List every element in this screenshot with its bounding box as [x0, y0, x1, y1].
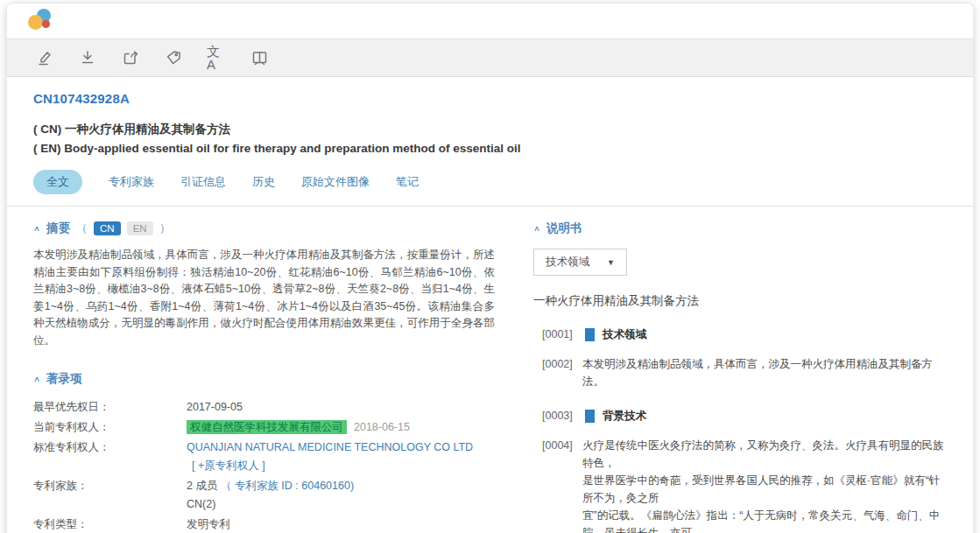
translate-icon[interactable]: 文A [207, 48, 226, 67]
tab-citations[interactable]: 引证信息 [180, 170, 226, 194]
right-column: ∧ 说明书 技术领域 ▼ 一种火疗体用精油及其制备方法 [0001] 技术领域 … [533, 221, 947, 533]
field-label: 当前专利权人： [33, 418, 187, 437]
tab-notes[interactable]: 笔记 [396, 170, 419, 194]
highlighter-icon[interactable] [35, 48, 54, 67]
lang-toggle-en[interactable]: EN [127, 221, 153, 235]
paragraph-heading: 背景技术 [603, 407, 646, 424]
tab-original-images[interactable]: 原始文件图像 [301, 170, 370, 194]
patent-number: CN107432928A [33, 91, 947, 106]
patent-titles: ( CN) 一种火疗体用精油及其制备方法 ( EN) Body-applied … [33, 120, 947, 158]
field-label: 最早优先权日： [33, 398, 187, 417]
standard-assignee-link[interactable]: QUANJIAN NATURAL MEDICINE TECHNOLOGY CO … [187, 441, 473, 453]
description-section-header: ∧ 说明书 [533, 221, 947, 236]
patent-viewer-card: 文A CN107432928A ( CN) 一种火疗体用精油及其制备方法 ( E… [6, 3, 974, 533]
dropdown-selected-value: 技术领域 [546, 255, 589, 270]
family-count: 2 成员 [187, 480, 217, 492]
family-id-link[interactable]: （ 专利家族 ID : 60460160) [221, 480, 354, 492]
tab-patent-family[interactable]: 专利家族 [109, 170, 154, 194]
biblio-row-priority-date: 最早优先权日： 2017-09-05 [33, 398, 495, 417]
paren-open: （ [76, 221, 88, 236]
paragraph-number: [0001] [542, 326, 582, 343]
priority-date-value: 2017-09-05 [187, 398, 495, 417]
collapse-icon[interactable]: ∧ [33, 375, 40, 383]
paren-close: ） [159, 221, 171, 236]
collapse-icon[interactable]: ∧ [33, 224, 40, 233]
field-label: 专利类型： [33, 515, 187, 533]
paragraph-heading: 技术领域 [603, 326, 646, 343]
abstract-section-title: 摘要 [46, 221, 70, 236]
tag-icon[interactable] [164, 48, 183, 67]
biblio-table: 最早优先权日： 2017-09-05 当前专利权人： 权健自然医学科技发展有限公… [33, 398, 495, 533]
left-column: ∧ 摘要 （ CN EN ） 本发明涉及精油制品领域，具体而言，涉及一种火疗体用… [33, 221, 495, 533]
top-bar [7, 4, 973, 39]
app-logo-icon [26, 7, 54, 35]
description-paragraphs: [0001] 技术领域 [0002] 本发明涉及精油制品领域，具体而言，涉及一种… [533, 326, 947, 533]
current-assignee-highlighted[interactable]: 权健自然医学科技发展有限公司 [187, 420, 347, 434]
biblio-row-current-assignee: 当前专利权人： 权健自然医学科技发展有限公司2018-06-15 [33, 418, 495, 437]
section-marker-icon [585, 410, 595, 423]
biblio-row-patent-type: 专利类型： 发明专利 [33, 515, 495, 533]
description-section-title: 说明书 [546, 221, 582, 236]
biblio-row-patent-family: 专利家族： 2 成员 （ 专利家族 ID : 60460160) CN(2) [33, 477, 495, 514]
download-icon[interactable] [78, 48, 97, 67]
description-section-dropdown[interactable]: 技术领域 ▼ [533, 249, 627, 276]
lang-toggle-cn[interactable]: CN [94, 221, 121, 235]
paragraph-number: [0004] [542, 437, 582, 533]
description-doc-title: 一种火疗体用精油及其制备方法 [533, 293, 947, 309]
patent-type-value: 发明专利 [187, 515, 495, 533]
translate-glyph: 文A [207, 45, 226, 71]
description-paragraph: [0002] 本发明涉及精油制品领域，具体而言，涉及一种火疗体用精油及其制备方法… [533, 355, 947, 390]
abstract-section-header: ∧ 摘要 （ CN EN ） [33, 221, 495, 236]
toolbar: 文A [7, 39, 973, 77]
paragraph-number: [0003] [542, 407, 582, 424]
patent-title-en: ( EN) Body-applied essential oil for fir… [33, 139, 947, 158]
original-assignee-link[interactable]: [ +原专利权人 ] [192, 459, 265, 472]
biblio-section-header: ∧ 著录项 [33, 371, 495, 387]
content-columns: ∧ 摘要 （ CN EN ） 本发明涉及精油制品领域，具体而言，涉及一种火疗体用… [7, 207, 973, 533]
abstract-text: 本发明涉及精油制品领域，具体而言，涉及一种火疗体用精油及其制备方法，按重量份计，… [33, 247, 495, 349]
collapse-icon[interactable]: ∧ [533, 224, 540, 233]
field-label: 标准专利权人： [33, 438, 187, 475]
patent-title-cn: ( CN) 一种火疗体用精油及其制备方法 [33, 120, 947, 139]
patent-header: CN107432928A ( CN) 一种火疗体用精油及其制备方法 ( EN) … [7, 77, 973, 206]
paragraph-text: 火疗是传统中医火灸疗法的简称，又称为灸疗、灸法。火疗具有明显的民族特色， 是世界… [582, 437, 947, 533]
description-paragraph: [0001] 技术领域 [533, 326, 947, 343]
paragraph-text: 本发明涉及精油制品领域，具体而言，涉及一种火疗体用精油及其制备方法。 [582, 355, 947, 390]
export-icon[interactable] [121, 48, 140, 67]
tab-full-text[interactable]: 全文 [33, 170, 82, 194]
description-paragraph: [0003] 背景技术 [533, 407, 947, 424]
family-jurisdictions: CN(2) [187, 495, 495, 514]
paragraph-number: [0002] [542, 355, 582, 390]
chevron-down-icon: ▼ [607, 258, 615, 267]
tab-history[interactable]: 历史 [252, 170, 275, 194]
book-icon[interactable] [250, 48, 269, 67]
description-paragraph: [0004] 火疗是传统中医火灸疗法的简称，又称为灸疗、灸法。火疗具有明显的民族… [533, 437, 947, 533]
assignee-change-date: 2018-06-15 [354, 421, 410, 433]
section-marker-icon [585, 328, 595, 341]
biblio-section-title: 著录项 [46, 371, 82, 387]
tab-bar: 全文 专利家族 引证信息 历史 原始文件图像 笔记 [33, 170, 947, 206]
biblio-row-standard-assignee: 标准专利权人： QUANJIAN NATURAL MEDICINE TECHNO… [33, 438, 495, 475]
field-label: 专利家族： [33, 477, 187, 514]
